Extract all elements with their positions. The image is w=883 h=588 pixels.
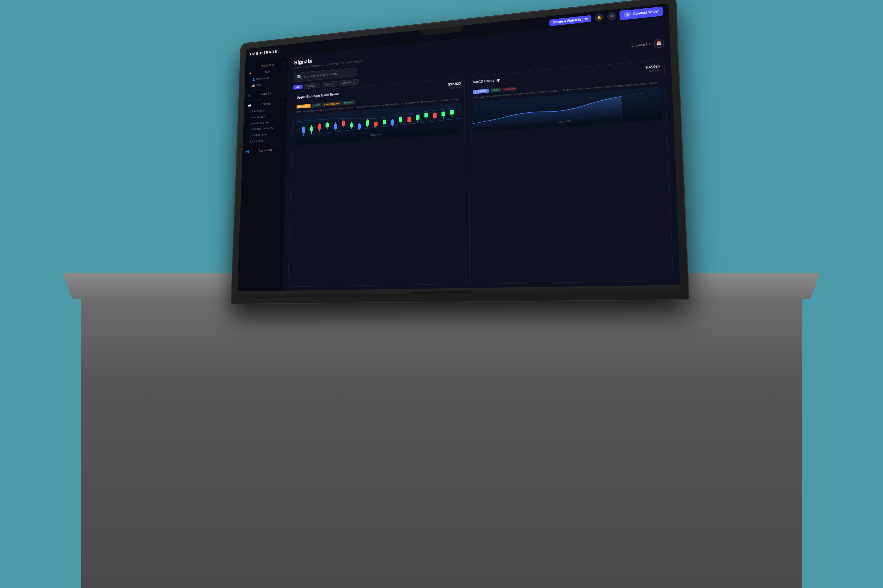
sort-button[interactable]: ⇅ Latest first (631, 42, 651, 48)
svg-rect-9 (318, 124, 321, 130)
search-icon: 🔍 (297, 74, 303, 80)
onboarding-label: Onboarding (251, 109, 264, 113)
signal-card-1: Upper Bollinger Band Break $32,923 5 min… (288, 77, 466, 287)
card-2-title: MACD Cross Up (473, 78, 500, 84)
type-label: Type (325, 82, 330, 86)
presale-markets-label: Presale Markets (250, 120, 270, 125)
mail-icon[interactable]: ✉ (607, 12, 616, 21)
guide-label: Guide (262, 102, 270, 106)
card-1-title-group: Upper Bollinger Band Break (297, 92, 339, 99)
filter-watchlist-button[interactable]: Watchlist ⌄ (339, 79, 359, 86)
bots-label: Bots (256, 83, 261, 87)
screen-content: DASH2TRADE Create a Watch list 👁 🔔 ✉ ◈ C… (237, 4, 681, 292)
svg-rect-29 (399, 117, 402, 122)
svg-rect-33 (416, 115, 419, 120)
svg-rect-37 (433, 113, 436, 118)
backtesting-guide-label: Backtesting (250, 139, 263, 143)
chevron-guide-icon: ⌄ (282, 101, 284, 104)
laptop-hinge (413, 290, 471, 294)
svg-rect-35 (424, 113, 428, 118)
calendar-icon: 📅 (656, 41, 661, 45)
chevron-watchlist-icon: ⌄ (282, 91, 284, 94)
svg-rect-17 (350, 123, 353, 128)
svg-rect-27 (391, 120, 394, 125)
sort-icon: ⇅ (631, 44, 634, 48)
watchlist-filter-label: Watchlist (342, 81, 352, 84)
notification-icon[interactable]: 🔔 (595, 13, 604, 22)
concrete-block (81, 293, 802, 588)
content-area: Signals + 100 NEW WEEKLY HIGH EVENTS THI… (283, 17, 681, 291)
signals-grid: Upper Bollinger Band Break $32,923 5 min… (283, 58, 681, 291)
watchlist-label: Watchlist (261, 92, 272, 96)
laptop-body: DASH2TRADE Create a Watch list 👁 🔔 ✉ ◈ C… (231, 0, 689, 303)
chevron-community-icon: › (282, 148, 283, 151)
svg-rect-39 (442, 112, 445, 116)
card-1-token-tag: BTC/USDT (297, 104, 311, 109)
backtesting-label: Backtesting (256, 76, 270, 80)
guide-icon: 📖 (248, 104, 251, 107)
card-2-token-tag: ETH/USDT (473, 89, 489, 94)
svg-rect-21 (366, 120, 369, 126)
card-1-highvol-tag: HIGH VOLUME (322, 101, 341, 106)
on-chain-data-label: On-Chain Data (250, 133, 267, 137)
svg-rect-23 (374, 122, 378, 126)
token-label: Token (307, 84, 314, 88)
chevron-down-icon: ⌄ (283, 69, 285, 72)
wallet-icon: ◈ (624, 11, 631, 18)
create-watchlist-button[interactable]: Create a Watch list 👁 (549, 15, 592, 26)
filter-group: ⇅ Latest first 📅 (631, 39, 664, 50)
watch-icon: ◎ (248, 94, 251, 97)
connect-wallet-button[interactable]: ◈ Connect Wallet (619, 6, 663, 20)
how-to-short-label: How to Short (251, 115, 266, 119)
card-2-bearish-tag: BEARISH (502, 87, 517, 92)
sort-label: Latest first (636, 42, 651, 47)
chevron-icon: › (284, 62, 285, 65)
card-2-price-group: $32,923 5 min ago (645, 64, 660, 73)
card-1-time: 5 min ago (448, 86, 460, 90)
card-2-price: $32,923 (645, 64, 660, 69)
screen-bezel: DASH2TRADE Create a Watch list 👁 🔔 ✉ ◈ C… (237, 4, 681, 292)
watchlist-chevron: ⌄ (353, 80, 355, 84)
card-1-bullish-tag: BULLISH (342, 100, 355, 105)
community-icon: 👥 (246, 150, 249, 153)
main-layout: ⌂ Dashboard › ⚡ Tools ⌄ 👤 Backtesting (237, 17, 681, 291)
card-2-title-group: MACD Cross Up (473, 78, 500, 84)
robot-icon: 🤖 (252, 84, 255, 87)
svg-rect-41 (450, 110, 454, 115)
logo: DASH2TRADE (250, 50, 277, 56)
svg-rect-5 (302, 127, 306, 133)
calendar-button[interactable]: 📅 (654, 39, 664, 48)
community-label: Community (258, 148, 272, 153)
sidebar: ⌂ Dashboard › ⚡ Tools ⌄ 👤 Backtesting (237, 56, 289, 291)
svg-rect-31 (408, 117, 411, 122)
connect-wallet-label: Connect Wallet (633, 9, 658, 16)
dashboard-label: Dashboard (261, 63, 274, 68)
filter-token-button[interactable]: Token ⌄ (304, 82, 320, 89)
tools-label: Tools (264, 70, 271, 74)
eye-icon: 👁 (585, 17, 588, 21)
card-1-title: Upper Bollinger Band Break (297, 92, 339, 99)
technical-indicators-label: Technical Indicators (250, 126, 273, 131)
type-chevron: ⌄ (331, 82, 334, 85)
svg-rect-11 (326, 123, 329, 128)
card-2-daily-tag: DAILY (490, 88, 501, 93)
svg-rect-25 (382, 120, 386, 124)
token-chevron: ⌄ (315, 84, 317, 87)
svg-rect-7 (310, 127, 313, 131)
svg-rect-13 (334, 124, 337, 129)
search-input[interactable] (304, 70, 353, 78)
card-2-time: 5 min ago (646, 69, 660, 73)
sidebar-item-community[interactable]: 👥 Community › (242, 146, 286, 155)
card-1-price-group: $32,923 5 min ago (448, 81, 460, 90)
tools-icon: ⚡ (249, 72, 252, 75)
filter-type-button[interactable]: Type ⌄ (322, 81, 337, 87)
svg-rect-15 (342, 121, 345, 126)
svg-rect-19 (358, 124, 361, 129)
card-1-price: $32,923 (448, 81, 460, 86)
filter-all-button[interactable]: All (293, 84, 302, 90)
create-watchlist-label: Create a Watch list (553, 18, 583, 24)
card-2-chart-label: ETHUSDT 5m (558, 120, 570, 126)
signal-card-2: MACD Cross Up $32,923 5 min ago ETH/USDT (469, 59, 673, 284)
user-icon: 👤 (252, 78, 255, 81)
laptop: DASH2TRADE Create a Watch list 👁 🔔 ✉ ◈ C… (231, 0, 689, 303)
